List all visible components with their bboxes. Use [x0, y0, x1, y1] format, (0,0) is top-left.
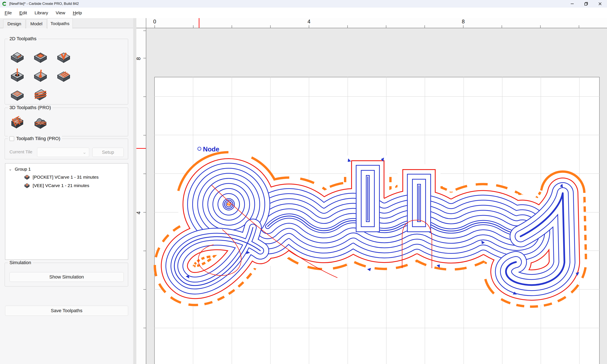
current-tile-label: Current Tile [10, 149, 32, 154]
left-ruler-label-4: 4 [135, 211, 142, 214]
tab-model[interactable]: Model [26, 19, 47, 28]
contour-icon [10, 48, 25, 63]
menu-library[interactable]: Library [32, 9, 51, 17]
minimize-icon [570, 1, 575, 6]
cursor-x-marker [199, 18, 199, 28]
close-button[interactable] [593, 0, 607, 8]
restore-icon [584, 1, 588, 6]
tab-design[interactable]: Design [3, 19, 26, 28]
toolpath-item-pocket[interactable]: [POCKET] VCarve 1 - 31 minutes [5, 173, 128, 181]
chevron-down-icon[interactable]: ⌄ [9, 167, 12, 171]
v-carve-icon [24, 174, 30, 180]
toolpath-item-label: [POCKET] VCarve 1 - 31 minutes [33, 175, 99, 180]
toolpath-tiling-label: Toolpath Tiling (PRO) [16, 136, 60, 141]
cursor-y-marker [136, 148, 146, 149]
group-toolpath-tiling: Toolpath Tiling (PRO) Current Tile ⌄ Set… [5, 139, 128, 159]
setup-button[interactable]: Setup [92, 148, 124, 157]
toolpath-tiling-legend: Toolpath Tiling (PRO) [8, 136, 62, 141]
current-tile-dropdown[interactable]: ⌄ [37, 148, 89, 157]
left-ruler-label-8: 8 [135, 57, 142, 60]
top-ruler-label-4: 4 [307, 19, 310, 25]
canvas-area: 0 4 8 8 4 [136, 18, 607, 364]
toolpath-offset-pocket-button[interactable] [10, 86, 25, 101]
toolpath-tiling-checkbox[interactable] [10, 136, 14, 141]
toolpath-drill-button[interactable] [10, 67, 25, 82]
toolpath-pocket-button[interactable] [33, 48, 48, 63]
menu-edit[interactable]: Edit [16, 9, 30, 17]
toolpath-cutout-button[interactable] [33, 86, 48, 101]
menu-view[interactable]: View [53, 9, 68, 17]
v-carve-icon [56, 48, 71, 63]
window-title: [NewFile]* - Carbide Create PRO, Build 8… [9, 2, 79, 6]
v-carve-icon [24, 183, 30, 188]
toolpath-3d-finish-button[interactable] [33, 114, 48, 129]
left-panel: Design Model Toolpaths 2D Toolpaths [0, 18, 133, 364]
menu-help[interactable]: Help [70, 9, 85, 17]
toolpath-3d-rough-button[interactable] [10, 114, 25, 129]
design-viewport[interactable]: Node [146, 28, 607, 364]
simulation-title: Simulation [8, 260, 33, 265]
toolpath-group-label: Group 1 [15, 167, 31, 172]
left-ruler-ticks [143, 28, 146, 364]
toolpath-group-row[interactable]: ⌄ Group 1 [5, 165, 128, 173]
group-simulation: Simulation Show Simulation [5, 263, 128, 286]
left-ruler: 8 4 [136, 28, 146, 364]
toolpath-texture-button[interactable] [56, 67, 71, 82]
show-simulation-button[interactable]: Show Simulation [10, 272, 124, 282]
node-label: Node [203, 145, 219, 153]
ruler-corner [136, 18, 146, 28]
cutout-icon [33, 86, 48, 101]
finish-icon [33, 114, 48, 129]
toolpath-advanced-vcarve-button[interactable] [33, 67, 48, 82]
title-bar: [NewFile]* - Carbide Create PRO, Build 8… [0, 0, 607, 8]
rough-icon [10, 114, 25, 129]
pocket-icon [33, 48, 48, 63]
panel-splitter[interactable] [133, 18, 136, 364]
top-ruler-ticks [146, 25, 607, 28]
app-logo-icon [2, 1, 7, 6]
drill-icon [10, 67, 25, 82]
toolpath-vcarve-button[interactable] [56, 48, 71, 63]
top-ruler-label-8: 8 [462, 19, 465, 25]
advanced-v-carve-icon [33, 67, 48, 82]
group-2d-toolpaths-title: 2D Toolpaths [8, 36, 38, 41]
group-3d-toolpaths: 3D Toolpaths (PRO) [5, 108, 128, 136]
toolpath-list: ⌄ Group 1 [POCKET] VCarve 1 - 31 minutes… [5, 163, 128, 260]
tab-toolpaths[interactable]: Toolpaths [47, 18, 73, 29]
menu-bar: File Edit Library View Help [0, 8, 607, 18]
chevron-down-icon: ⌄ [83, 150, 86, 155]
toolpath-item-vee[interactable]: [VEE] VCarve 1 - 21 minutes [5, 182, 128, 190]
offset-pocket-icon [10, 86, 25, 101]
texture-icon [56, 67, 71, 82]
save-toolpaths-button[interactable]: Save Toolpaths [5, 306, 128, 316]
tab-strip: Design Model Toolpaths [0, 18, 133, 28]
minimize-button[interactable] [565, 0, 579, 8]
restore-button[interactable] [579, 0, 593, 8]
top-ruler: 0 4 8 [146, 18, 607, 28]
group-2d-toolpaths: 2D Toolpaths [5, 39, 128, 104]
toolpath-contour-button[interactable] [10, 48, 25, 63]
close-icon [598, 1, 602, 6]
top-ruler-label-0: 0 [153, 19, 156, 25]
toolpath-item-label: [VEE] VCarve 1 - 21 minutes [33, 183, 89, 188]
group-3d-toolpaths-title: 3D Toolpaths (PRO) [8, 105, 53, 110]
menu-file[interactable]: File [2, 9, 15, 17]
